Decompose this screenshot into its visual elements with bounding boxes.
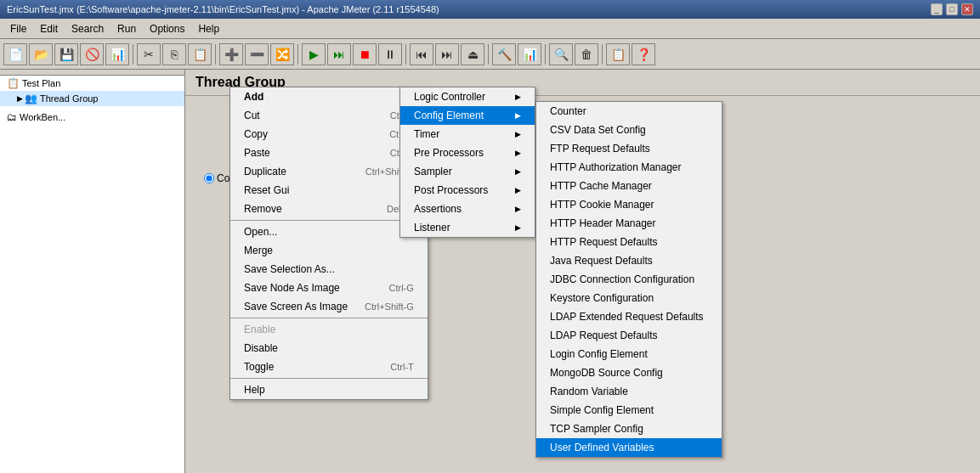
toolbar-expand[interactable]: ➕ (219, 43, 243, 65)
title-text: EricSunTest.jmx (E:\Software\apache-jmet… (7, 4, 439, 14)
toolbar-remote-start-all[interactable]: ⏭ (435, 43, 459, 65)
ctx-enable: Enable (230, 320, 428, 339)
submenu2-http-header[interactable]: HTTP Header Manager (536, 214, 722, 233)
left-panel: 📋 Test Plan ▶ 👥 Thread Group 🗂 WorkBen..… (0, 70, 185, 473)
submenu2-counter[interactable]: Counter (536, 102, 722, 121)
ctx-copy[interactable]: Copy Ctrl-C (230, 125, 428, 144)
submenu2-http-cookie[interactable]: HTTP Cookie Manager (536, 195, 722, 214)
toolbar-remote-stop[interactable]: ⏏ (461, 43, 484, 65)
toolbar-stop[interactable]: ⏹ (353, 43, 377, 65)
ctx-merge[interactable]: Merge (230, 241, 428, 260)
main-layout: 📋 Test Plan ▶ 👥 Thread Group 🗂 WorkBen..… (0, 70, 980, 473)
toolbar-functions[interactable]: 📋 (606, 43, 630, 65)
ctx-save-screen-shortcut: Ctrl+Shift-G (365, 301, 414, 312)
ctx-add[interactable]: Add (230, 87, 428, 106)
toolbar-collapse[interactable]: ➖ (245, 43, 269, 65)
tree-item-workbench[interactable]: 🗂 WorkBen... (0, 110, 184, 125)
submenu1-assertions[interactable]: Assertions (400, 200, 535, 218)
submenu2-http-auth[interactable]: HTTP Authorization Manager (536, 158, 722, 177)
menu-bar: File Edit Search Run Options Help (0, 19, 980, 39)
toolbar-separator-5 (488, 44, 489, 65)
submenu2-tcp-sampler[interactable]: TCP Sampler Config (536, 420, 722, 438)
tree-item-test-plan-label: Test Plan (22, 78, 60, 88)
submenu1-post-processors[interactable]: Post Processors (400, 181, 535, 200)
ctx-save-screen-image[interactable]: Save Screen As Image Ctrl+Shift-G (230, 297, 428, 316)
toolbar-copy[interactable]: ⎘ (162, 43, 186, 65)
submenu2-keystore[interactable]: Keystore Configuration (536, 289, 722, 307)
submenu1-listener[interactable]: Listener (400, 218, 535, 237)
submenu2-jdbc[interactable]: JDBC Connection Configuration (536, 270, 722, 289)
ctx-open[interactable]: Open... (230, 222, 428, 241)
toolbar-paste[interactable]: 📋 (188, 43, 212, 65)
tree-item-thread-group-label: Thread Group (40, 93, 98, 104)
ctx-save-node-shortcut: Ctrl-G (389, 283, 414, 293)
toolbar-shutdown[interactable]: ⏸ (378, 43, 402, 65)
toolbar-save[interactable]: 💾 (54, 43, 78, 65)
toolbar-remote-start[interactable]: ⏮ (410, 43, 433, 65)
ctx-remove[interactable]: Remove Delete (230, 200, 428, 218)
submenu2-java-request[interactable]: Java Request Defaults (536, 251, 722, 270)
ctx-save-node-image[interactable]: Save Node As Image Ctrl-G (230, 279, 428, 297)
toolbar-clear[interactable]: 🔨 (492, 43, 516, 65)
toolbar-separator-6 (545, 44, 546, 65)
maximize-button[interactable]: □ (946, 3, 958, 15)
minimize-button[interactable]: _ (931, 3, 943, 15)
toolbar-start-no-pause[interactable]: ⏭ (327, 43, 351, 65)
submenu1-sampler[interactable]: Sampler (400, 162, 535, 181)
ctx-disable[interactable]: Disable (230, 339, 428, 358)
submenu1-config-element[interactable]: Config Element (400, 106, 535, 125)
toolbar-clear-all[interactable]: 📊 (518, 43, 541, 65)
submenu2-user-defined[interactable]: User Defined Variables (536, 438, 722, 457)
ctx-sep-3 (230, 378, 428, 379)
test-plan-icon: 📋 (7, 77, 20, 89)
submenu2-ftp-request[interactable]: FTP Request Defaults (536, 139, 722, 158)
ctx-save-selection[interactable]: Save Selection As... (230, 260, 428, 279)
menu-search[interactable]: Search (65, 21, 110, 37)
ctx-duplicate[interactable]: Duplicate Ctrl+Shift-C (230, 162, 428, 181)
ctx-cut[interactable]: Cut Ctrl-X (230, 106, 428, 125)
submenu2-login-config[interactable]: Login Config Element (536, 345, 722, 363)
submenu2-csv-data-set[interactable]: CSV Data Set Config (536, 121, 722, 139)
toolbar-log-clear[interactable]: 🗑 (575, 43, 598, 65)
submenu1-logic-controller[interactable]: Logic Controller (400, 87, 535, 106)
workbench-icon: 🗂 (7, 111, 17, 123)
submenu1-pre-processors[interactable]: Pre Processors (400, 144, 535, 162)
ctx-toggle[interactable]: Toggle Ctrl-T (230, 358, 428, 376)
menu-options[interactable]: Options (143, 21, 191, 37)
tree-item-test-plan[interactable]: 📋 Test Plan (0, 76, 184, 91)
toolbar-search[interactable]: 🔍 (549, 43, 573, 65)
context-menu: Add Cut Ctrl-X Copy Ctrl-C Paste Ctrl-V … (229, 87, 428, 400)
menu-help[interactable]: Help (191, 21, 226, 37)
menu-run[interactable]: Run (110, 21, 143, 37)
toolbar-toggle[interactable]: 🔀 (270, 43, 294, 65)
submenu2-http-request[interactable]: HTTP Request Defaults (536, 233, 722, 251)
ctx-paste[interactable]: Paste Ctrl-V (230, 144, 428, 162)
submenu1-timer[interactable]: Timer (400, 125, 535, 144)
submenu2-simple-config[interactable]: Simple Config Element (536, 401, 722, 420)
menu-file[interactable]: File (3, 21, 33, 37)
submenu2-http-cache[interactable]: HTTP Cache Manager (536, 177, 722, 195)
ctx-sep-2 (230, 318, 428, 318)
toolbar-new[interactable]: 📄 (3, 43, 27, 65)
window-controls: _ □ ✕ (931, 3, 973, 15)
toolbar-separator-7 (602, 44, 603, 65)
menu-edit[interactable]: Edit (33, 21, 65, 37)
toolbar-help[interactable]: ❓ (632, 43, 655, 65)
tree-item-workbench-label: WorkBen... (20, 112, 65, 122)
close-button[interactable]: ✕ (961, 3, 973, 15)
ctx-reset-gui[interactable]: Reset Gui (230, 181, 428, 200)
submenu2-mongodb[interactable]: MongoDB Source Config (536, 363, 722, 382)
thread-group-expand-icon: ▶ (17, 94, 23, 103)
right-panel: Thread Group Continue Start Next Thread … (185, 70, 980, 473)
toolbar-start[interactable]: ▶ (302, 43, 326, 65)
submenu2-ldap-extended[interactable]: LDAP Extended Request Defaults (536, 307, 722, 326)
toolbar-save-as[interactable]: 📊 (105, 43, 129, 65)
toolbar-cut[interactable]: ✂ (137, 43, 161, 65)
radio-continue-input[interactable] (204, 173, 214, 183)
ctx-help[interactable]: Help (230, 380, 428, 399)
toolbar-open[interactable]: 📂 (29, 43, 53, 65)
submenu2-ldap-request[interactable]: LDAP Request Defaults (536, 326, 722, 345)
submenu2-random-variable[interactable]: Random Variable (536, 382, 722, 401)
toolbar-revert[interactable]: 🚫 (80, 43, 104, 65)
tree-item-thread-group[interactable]: ▶ 👥 Thread Group (0, 91, 184, 106)
